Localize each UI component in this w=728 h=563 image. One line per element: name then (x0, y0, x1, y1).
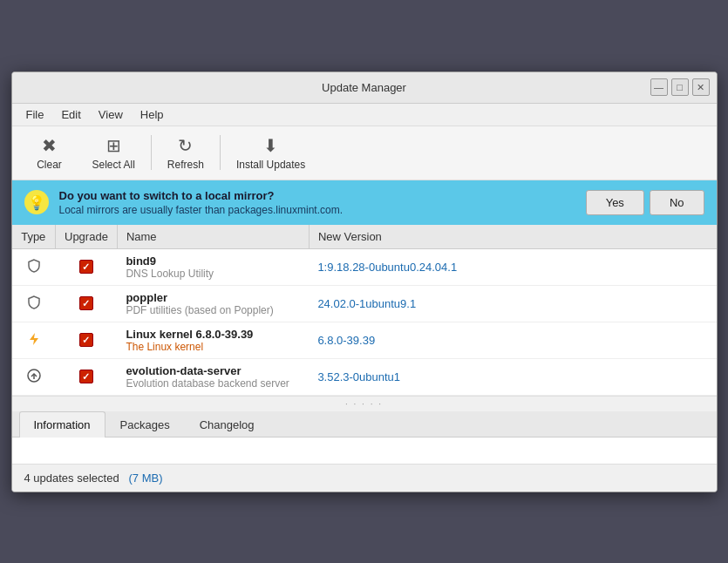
titlebar: Update Manager — □ ✕ (12, 72, 717, 104)
refresh-button[interactable]: ↻ Refresh (155, 130, 216, 176)
version-cell: 3.52.3-0ubuntu1 (309, 358, 716, 395)
clear-label: Clear (37, 159, 62, 171)
menu-help[interactable]: Help (133, 105, 171, 124)
banner-actions: Yes No (586, 190, 704, 215)
type-icon (26, 300, 42, 313)
upgrade-checkbox[interactable] (79, 370, 93, 383)
name-cell: bind9 DNS Lookup Utility (117, 248, 309, 285)
install-updates-button[interactable]: ⬇ Install Updates (224, 130, 317, 176)
package-name: evolution-data-server (126, 364, 300, 377)
toolbar: ✖ Clear ⊞ Select All ↻ Refresh ⬇ Install… (12, 126, 717, 180)
table-row[interactable]: poppler PDF utilities (based on Poppler)… (12, 285, 717, 322)
upgrade-checkbox[interactable] (79, 260, 93, 274)
col-type: Type (12, 225, 56, 249)
clear-icon: ✖ (42, 135, 57, 156)
install-label: Install Updates (236, 159, 305, 171)
package-name: bind9 (126, 254, 300, 268)
drag-handle[interactable]: · · · · · (12, 397, 717, 411)
upgrade-checkbox[interactable] (79, 296, 93, 310)
package-desc: Evolution database backend server (126, 377, 300, 390)
menu-view[interactable]: View (92, 105, 130, 124)
name-cell: evolution-data-server Evolution database… (117, 358, 309, 395)
upgrade-cell[interactable] (56, 322, 118, 358)
bottom-panel: Information Packages Changelog (12, 411, 717, 464)
menu-file[interactable]: File (19, 105, 51, 124)
banner-yes-button[interactable]: Yes (586, 190, 644, 215)
window-title: Update Manager (322, 81, 406, 94)
package-desc: PDF utilities (based on Poppler) (126, 304, 300, 316)
menu-edit[interactable]: Edit (54, 105, 87, 124)
type-icon (26, 263, 42, 276)
tab-information[interactable]: Information (19, 411, 105, 438)
banner-icon: 💡 (24, 190, 49, 214)
col-version: New Version (309, 225, 716, 249)
package-desc: The Linux kernel (126, 341, 300, 353)
upgrade-cell[interactable] (56, 358, 118, 395)
svg-marker-0 (30, 333, 38, 345)
package-name: Linux kernel 6.8.0-39.39 (126, 328, 300, 341)
package-desc: DNS Lookup Utility (126, 268, 300, 280)
bottom-tabs: Information Packages Changelog (12, 411, 717, 438)
table-row[interactable]: Linux kernel 6.8.0-39.39 The Linux kerne… (12, 322, 717, 358)
version-cell: 1:9.18.28-0ubuntu0.24.04.1 (309, 248, 716, 285)
status-count: 4 updates selected (24, 471, 119, 485)
select-all-label: Select All (92, 159, 135, 171)
col-upgrade: Upgrade (56, 225, 118, 249)
version-cell: 6.8.0-39.39 (309, 322, 716, 358)
type-cell (12, 358, 56, 395)
refresh-label: Refresh (167, 159, 204, 171)
toolbar-separator-1 (151, 135, 152, 170)
type-cell (12, 322, 56, 358)
name-cell: poppler PDF utilities (based on Poppler) (117, 285, 309, 322)
table-header-row: Type Upgrade Name New Version (12, 225, 717, 249)
table-row[interactable]: evolution-data-server Evolution database… (12, 358, 717, 395)
updates-table-container: Type Upgrade Name New Version bind9 DNS … (12, 225, 717, 397)
info-content-area (12, 438, 717, 464)
type-cell (12, 285, 56, 322)
select-all-button[interactable]: ⊞ Select All (80, 130, 147, 176)
type-cell (12, 248, 56, 285)
banner-no-button[interactable]: No (650, 190, 704, 215)
table-row[interactable]: bind9 DNS Lookup Utility1:9.18.28-0ubunt… (12, 248, 717, 285)
main-window: Update Manager — □ ✕ File Edit View Help… (11, 71, 718, 492)
type-icon (26, 373, 42, 386)
banner-title: Do you want to switch to a local mirror? (59, 189, 575, 202)
statusbar: 4 updates selected (7 MB) (12, 464, 717, 492)
upgrade-checkbox[interactable] (79, 333, 93, 347)
upgrade-cell[interactable] (56, 248, 118, 285)
install-icon: ⬇ (263, 135, 278, 156)
tab-packages[interactable]: Packages (105, 411, 185, 438)
minimize-button[interactable]: — (650, 78, 668, 96)
status-size: (7 MB) (128, 471, 162, 485)
updates-table: Type Upgrade Name New Version bind9 DNS … (12, 225, 717, 396)
clear-button[interactable]: ✖ Clear (19, 130, 80, 176)
package-name: poppler (126, 291, 300, 304)
close-button[interactable]: ✕ (692, 78, 710, 96)
menubar: File Edit View Help (12, 104, 717, 126)
maximize-button[interactable]: □ (671, 78, 689, 96)
refresh-icon: ↻ (178, 135, 193, 156)
upgrade-cell[interactable] (56, 285, 118, 322)
banner-subtitle: Local mirrors are usually faster than pa… (59, 204, 575, 216)
toolbar-separator-2 (220, 135, 221, 170)
col-name: Name (117, 225, 309, 249)
name-cell: Linux kernel 6.8.0-39.39 The Linux kerne… (117, 322, 309, 358)
window-controls: — □ ✕ (650, 78, 710, 96)
mirror-banner: 💡 Do you want to switch to a local mirro… (12, 180, 717, 225)
select-all-icon: ⊞ (106, 135, 121, 156)
tab-changelog[interactable]: Changelog (185, 411, 269, 438)
type-icon (26, 336, 42, 349)
banner-text: Do you want to switch to a local mirror?… (59, 189, 575, 216)
version-cell: 24.02.0-1ubuntu9.1 (309, 285, 716, 322)
